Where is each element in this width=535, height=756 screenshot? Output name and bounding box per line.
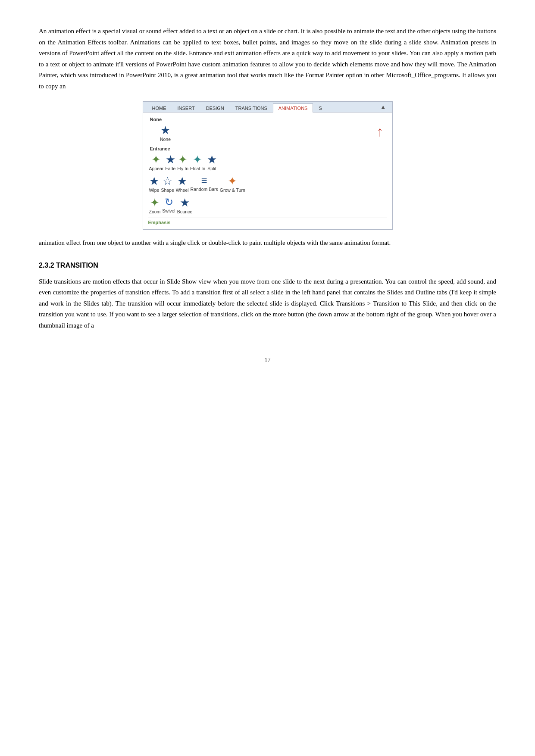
flyin-icon: ✦ [178,154,188,165]
anim-wipe[interactable]: ★ Wipe [148,174,160,194]
growturn-label: Grow & Turn [220,187,245,193]
anim-shape[interactable]: ☆ Shape [160,174,175,194]
none-item[interactable]: ★ None [148,123,183,144]
split-label: Split [207,166,216,171]
tab-insert[interactable]: INSERT [172,103,200,112]
section-separator [148,218,387,218]
randombars-label: Random Bars [191,187,218,192]
tab-design[interactable]: DESIGN [200,103,230,112]
emphasis-section-label: Emphasis [148,220,387,225]
anim-bounce[interactable]: ★ Bounce [176,195,194,216]
swivel-label: Swivel [162,208,175,213]
paragraph-3: Slide transitions are motion effects tha… [39,276,496,331]
powerpoint-screenshot: HOME INSERT DESIGN TRANSITIONS ANIMATION… [143,101,393,230]
none-icon: ★ [160,125,170,136]
anim-appear[interactable]: ✦ Appear [148,152,165,173]
zoom-label: Zoom [149,209,161,214]
anim-swivel[interactable]: ↻ Swivel [161,195,176,215]
section-number: 2.3.2 [39,262,54,269]
shape-icon: ☆ [163,175,172,187]
none-label: None [160,137,171,142]
anim-split[interactable]: ★ Split [206,152,218,173]
fade-label: Fade [165,166,175,171]
fade-icon: ★ [166,154,175,165]
entrance-section-label: Entrance [148,145,387,152]
bounce-label: Bounce [177,209,193,214]
floatin-icon: ✦ [193,154,202,165]
page-number: 17 [39,357,496,364]
none-section-label: None [148,116,387,123]
paragraph-1: An animation effect is a special visual … [39,26,496,92]
scroll-up-button[interactable]: ▲ [378,102,389,112]
anim-random-bars[interactable]: ≡ Random Bars [190,174,219,194]
flyin-label: Fly In [177,166,188,171]
anim-wheel[interactable]: ★ Wheel [175,174,190,194]
split-icon: ★ [207,154,217,165]
swivel-icon: ↻ [165,197,173,207]
paragraph-2: animation effect from one object to anot… [39,237,496,249]
animation-row-1: ✦ Appear ★ Fade ✦ Fly In ✦ Float In ★ Sp… [148,152,387,173]
none-row: ★ None ↑ [148,123,387,144]
section-heading-232: 2.3.2 TRANSITION [39,262,496,269]
tab-animations[interactable]: ANIMATIONS [273,103,313,112]
appear-label: Appear [149,166,164,171]
anim-grow-turn[interactable]: ✦ Grow & Turn [219,174,246,194]
wipe-label: Wipe [149,187,160,193]
anim-float-in[interactable]: ✦ Float In [189,152,206,173]
up-arrow-icon: ↑ [377,124,384,139]
ribbon-tabs: HOME INSERT DESIGN TRANSITIONS ANIMATION… [143,102,392,112]
anim-fade[interactable]: ★ Fade [164,152,176,173]
growturn-icon: ✦ [228,175,237,187]
animation-row-3: ✦ Zoom ↻ Swivel ★ Bounce [148,195,387,216]
wipe-icon: ★ [149,175,159,187]
tab-s[interactable]: S [313,103,327,112]
zoom-icon: ✦ [150,197,160,208]
anim-fly-in[interactable]: ✦ Fly In [176,152,189,173]
animation-row-2: ★ Wipe ☆ Shape ★ Wheel ≡ Random Bars ✦ G… [148,174,387,194]
floatin-label: Float In [190,166,205,171]
shape-label: Shape [161,187,174,193]
randombars-icon: ≡ [201,175,207,186]
section-title: TRANSITION [56,262,98,269]
anim-zoom[interactable]: ✦ Zoom [148,195,162,216]
bounce-icon: ★ [180,197,190,208]
wheel-icon: ★ [177,175,187,187]
tab-home[interactable]: HOME [147,103,172,112]
appear-icon: ✦ [151,154,161,165]
wheel-label: Wheel [176,187,189,193]
ribbon-body: None ★ None ↑ Entrance ✦ Appear ★ Fade [143,112,392,229]
tab-transitions[interactable]: TRANSITIONS [230,103,273,112]
